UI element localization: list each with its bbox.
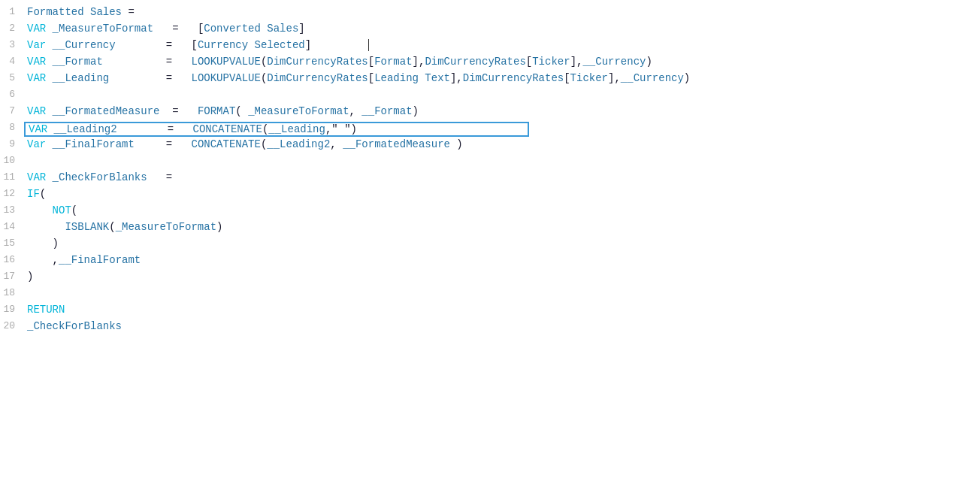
- line-content-4: VAR __Format = LOOKUPVALUE(DimCurrencyRa…: [24, 56, 980, 68]
- line-content-7: VAR __FormatedMeasure = FORMAT( _Measure…: [24, 105, 980, 117]
- line-num-15: 15: [0, 237, 24, 249]
- line-num-16: 16: [0, 254, 24, 265]
- line-content-15: ): [24, 237, 980, 250]
- line-content-10: [24, 155, 980, 167]
- code-editor[interactable]: 1 Formatted Sales = 2 VAR _MeasureToForm…: [0, 0, 980, 478]
- line-num-5: 5: [0, 72, 24, 83]
- code-line-1: 1 Formatted Sales =: [0, 6, 980, 23]
- line-content-2: VAR _MeasureToFormat = [Converted Sales]: [24, 23, 980, 35]
- code-line-17: 17 ): [0, 271, 980, 287]
- code-line-19: 19 RETURN: [0, 304, 980, 320]
- line-num-1: 1: [0, 6, 24, 17]
- line-num-14: 14: [0, 221, 24, 232]
- line-content-13: NOT(: [24, 204, 980, 216]
- code-line-11: 11 VAR _CheckForBlanks =: [0, 171, 980, 188]
- line-content-19: RETURN: [24, 304, 980, 316]
- line-num-18: 18: [0, 287, 24, 298]
- code-line-10: 10: [0, 155, 980, 171]
- line-num-12: 12: [0, 188, 24, 199]
- code-line-18: 18: [0, 287, 980, 304]
- line-num-3: 3: [0, 39, 24, 50]
- code-line-9: 9 Var __FinalForamt = CONCATENATE(__Lead…: [0, 138, 980, 155]
- code-line-14: 14 ISBLANK(_MeasureToFormat): [0, 221, 980, 237]
- line-content-17: ): [24, 271, 980, 283]
- line-num-20: 20: [0, 320, 24, 331]
- line-num-13: 13: [0, 204, 24, 216]
- line-num-2: 2: [0, 23, 24, 34]
- line-content-12: IF(: [24, 188, 980, 200]
- line-content-6: [24, 89, 980, 101]
- code-line-16: 16 ,__FinalForamt: [0, 254, 980, 271]
- line-num-19: 19: [0, 304, 24, 315]
- code-line-20: 20 _CheckForBlanks: [0, 320, 980, 337]
- line-content-16: ,__FinalForamt: [24, 254, 980, 266]
- code-line-6: 6: [0, 89, 980, 105]
- line-content-20: _CheckForBlanks: [24, 320, 980, 332]
- line-num-4: 4: [0, 56, 24, 67]
- line-num-11: 11: [0, 171, 24, 183]
- line-num-17: 17: [0, 271, 24, 282]
- line-num-6: 6: [0, 89, 24, 100]
- line-content-8: VAR __Leading2 = CONCATENATE(__Leading,"…: [24, 122, 529, 137]
- line-num-9: 9: [0, 138, 24, 150]
- code-line-8: 8 VAR __Leading2 = CONCATENATE(__Leading…: [0, 122, 980, 138]
- line-num-10: 10: [0, 155, 24, 166]
- line-num-8: 8: [0, 122, 24, 133]
- line-content-1: Formatted Sales =: [24, 6, 980, 18]
- code-line-4: 4 VAR __Format = LOOKUPVALUE(DimCurrency…: [0, 56, 980, 72]
- code-line-12: 12 IF(: [0, 188, 980, 204]
- line-num-7: 7: [0, 105, 24, 116]
- code-line-13: 13 NOT(: [0, 204, 980, 221]
- code-line-5: 5 VAR __Leading = LOOKUPVALUE(DimCurrenc…: [0, 72, 980, 89]
- line-content-3: Var __Currency = [Currency Selected]: [24, 39, 980, 51]
- code-line-3: 3 Var __Currency = [Currency Selected]: [0, 39, 980, 56]
- code-line-15: 15 ): [0, 237, 980, 254]
- line-content-11: VAR _CheckForBlanks =: [24, 171, 980, 183]
- line-content-18: [24, 287, 980, 299]
- line-content-9: Var __FinalForamt = CONCATENATE(__Leadin…: [24, 138, 980, 150]
- code-line-7: 7 VAR __FormatedMeasure = FORMAT( _Measu…: [0, 105, 980, 122]
- line-content-5: VAR __Leading = LOOKUPVALUE(DimCurrencyR…: [24, 72, 980, 84]
- line-content-14: ISBLANK(_MeasureToFormat): [24, 221, 980, 233]
- code-line-2: 2 VAR _MeasureToFormat = [Converted Sale…: [0, 23, 980, 39]
